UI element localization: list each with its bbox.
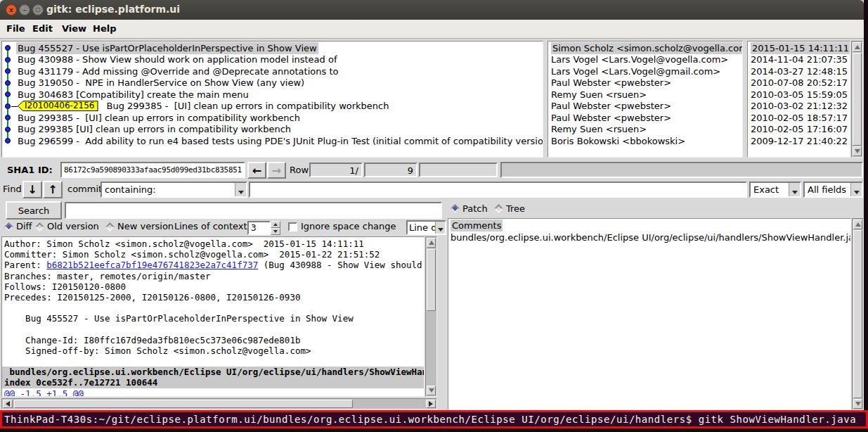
author-row[interactable]: Remy Suen <rsuen> xyxy=(548,124,742,136)
scroll-up-button[interactable] xyxy=(853,42,862,52)
menubar: File Edit View Help xyxy=(0,20,864,39)
detail-horizontal-scrollbar[interactable] xyxy=(1,398,437,409)
date-row[interactable]: 2014-11-04 21:07:35 xyxy=(748,54,850,66)
menu-help[interactable]: Help xyxy=(93,23,116,34)
detail-line: Branches: master, remotes/origin/master xyxy=(4,271,424,281)
author-row[interactable]: Boris Bokowski <bbokowski> xyxy=(548,135,742,147)
date-row[interactable]: 2010-03-05 15:59:05 xyxy=(748,89,850,101)
find-type-dropdown[interactable]: containing: xyxy=(101,182,247,198)
commit-row[interactable]: Bug 296599 - Add ability to run e4 based… xyxy=(2,135,543,147)
sha1-input[interactable] xyxy=(60,162,245,178)
detail-line xyxy=(4,356,424,367)
scroll-down-button[interactable] xyxy=(427,386,436,395)
commit-row[interactable]: Bug 431179 - Add missing @Override and @… xyxy=(2,65,543,77)
radio-diff-label[interactable]: Diff xyxy=(16,221,32,231)
author-row[interactable]: Paul Webster <pwebster> xyxy=(548,77,742,89)
scrollbar-thumb[interactable] xyxy=(427,249,436,311)
match-mode-dropdown[interactable]: Exact xyxy=(749,182,801,198)
menu-edit[interactable]: Edit xyxy=(32,23,53,34)
scroll-down-button[interactable] xyxy=(853,146,862,156)
line-diff-dropdown[interactable]: Line dif xyxy=(406,220,446,235)
file-list-item[interactable]: Comments xyxy=(448,220,850,231)
date-row[interactable]: 2010-03-02 21:12:32 xyxy=(748,101,850,113)
maximize-button[interactable]: ▢ xyxy=(32,4,44,15)
history-forward-button[interactable]: → xyxy=(267,162,286,179)
scroll-left-button[interactable] xyxy=(3,400,13,408)
menu-view[interactable]: View xyxy=(62,23,86,34)
commit-list-scrollbar[interactable] xyxy=(851,41,863,158)
commit-row[interactable]: Bug 319050 - NPE in HandlerService on Sh… xyxy=(2,77,543,89)
radio-old-version-label[interactable]: Old version xyxy=(47,221,99,231)
lines-of-context-spinner[interactable] xyxy=(271,221,280,235)
close-button[interactable]: x xyxy=(6,4,17,15)
file-list-scrollbar[interactable] xyxy=(852,218,864,410)
commit-subject: Bug 430988 - Show View should work on ap… xyxy=(16,53,339,65)
row-current-field: 1/ xyxy=(309,163,363,177)
commit-row[interactable]: Bug 304683 [Compatibility] create the ma… xyxy=(2,89,543,101)
parent-sha-link[interactable]: b6821b521eefca7bf19e476741823e2a7c41f737 xyxy=(46,260,258,270)
scrollbar-thumb[interactable] xyxy=(853,53,862,146)
radio-old-version-diamond-icon[interactable] xyxy=(35,222,44,231)
ignore-space-checkbox[interactable] xyxy=(288,222,297,231)
date-row[interactable]: 2010-02-05 17:16:07 xyxy=(748,124,850,136)
commit-row[interactable]: Bug 455527 - Use isPartOrPlaceholderInPe… xyxy=(2,42,543,54)
minimize-button[interactable]: – xyxy=(19,4,30,15)
file-list-pane: Commentsbundles/org.eclipse.ui.workbench… xyxy=(448,218,851,410)
find-input[interactable] xyxy=(249,182,747,198)
author-row[interactable]: Simon Scholz <simon.scholz@vogella.com> xyxy=(548,42,742,54)
date-row[interactable]: 2010-07-08 20:52:17 xyxy=(748,77,850,89)
fields-dropdown[interactable]: All fields xyxy=(803,182,863,198)
progress-bar xyxy=(500,162,863,178)
commit-dot-icon xyxy=(5,68,11,74)
scroll-up-button[interactable] xyxy=(427,238,436,248)
author-row[interactable]: Lars Vogel <Lars.Vogel@gmail.com> xyxy=(548,65,742,77)
find-next-button[interactable]: ↓ xyxy=(22,181,42,198)
radio-patch-label[interactable]: Patch xyxy=(462,203,488,214)
commit-row[interactable]: I20100406-2156Bug 299385 - [UI] clean up… xyxy=(2,101,543,113)
ignore-space-label[interactable]: Ignore space change xyxy=(301,221,396,231)
commit-row[interactable]: Bug 299385 - [UI] clean up errors in com… xyxy=(2,112,543,124)
author-row[interactable]: Lars Vogel <Lars.Vogel@vogella.com> xyxy=(548,54,742,66)
commit-detail-pane[interactable]: Author: Simon Scholz <simon.scholz@vogel… xyxy=(1,236,425,397)
spinner-down-button[interactable] xyxy=(271,228,280,235)
author-text: Simon Scholz <simon.scholz@vogella.com> xyxy=(551,42,743,54)
radio-tree-label[interactable]: Tree xyxy=(506,203,525,214)
author-row[interactable]: Remy Suen <rsuen> xyxy=(548,89,742,101)
close-icon: x xyxy=(9,7,13,13)
titlebar[interactable]: x – ▢ gitk: eclipse.platform.ui xyxy=(0,0,864,20)
detail-line: index 0ce532f..7e12721 100644 xyxy=(2,377,424,388)
radio-patch-diamond-icon[interactable] xyxy=(451,204,460,213)
commit-tag[interactable]: I20100406-2156 xyxy=(18,101,98,111)
scroll-up-button[interactable] xyxy=(853,220,862,229)
scroll-down-button[interactable] xyxy=(853,399,862,409)
commit-row[interactable]: Bug 299385 [UI] clean up errors in compa… xyxy=(2,124,543,136)
search-button[interactable]: Search xyxy=(6,201,62,220)
date-row[interactable]: 2015-01-15 14:11:11 xyxy=(748,42,850,54)
menu-file[interactable]: File xyxy=(6,23,25,34)
date-row[interactable]: 2009-12-17 21:40:22 xyxy=(748,135,850,147)
detail-scrollbar[interactable] xyxy=(425,236,437,397)
terminal-strip[interactable]: ThinkPad-T430s:~/git/eclipse.platform.ui… xyxy=(0,410,868,428)
author-row[interactable]: Paul Webster <pwebster> xyxy=(548,112,742,124)
scrollbar-thumb[interactable] xyxy=(853,230,862,398)
history-back-button[interactable]: ← xyxy=(247,162,266,179)
file-list-item[interactable]: bundles/org.eclipse.ui.workbench/Eclipse… xyxy=(448,231,850,243)
radio-diff-diamond-icon[interactable] xyxy=(4,222,13,231)
lines-of-context-input[interactable] xyxy=(247,221,271,235)
scroll-right-button[interactable] xyxy=(426,400,436,408)
author-row[interactable]: Paul Webster <pwebster> xyxy=(548,101,742,113)
terminal-prompt: ThinkPad-T430s:~/git/eclipse.platform.ui… xyxy=(2,414,856,425)
author-text: Paul Webster <pwebster> xyxy=(551,101,671,111)
scrollbar-thumb[interactable] xyxy=(14,400,353,408)
date-row[interactable]: 2014-03-27 12:48:15 xyxy=(748,65,850,77)
commit-row[interactable]: Bug 430988 - Show View should work on ap… xyxy=(2,54,543,66)
spinner-up-button[interactable] xyxy=(271,221,280,228)
detail-line: Signed-off-by: Simon Scholz <simon.schol… xyxy=(4,345,424,356)
diff-search-input[interactable] xyxy=(65,202,442,219)
line-diff-value: Line dif xyxy=(408,222,435,233)
radio-new-version-label[interactable]: New version xyxy=(117,221,174,231)
radio-tree-diamond-icon[interactable] xyxy=(494,204,503,213)
find-prev-button[interactable]: ↑ xyxy=(43,181,63,198)
date-row[interactable]: 2010-02-05 18:57:17 xyxy=(748,112,850,124)
radio-new-version-diamond-icon[interactable] xyxy=(105,222,115,231)
